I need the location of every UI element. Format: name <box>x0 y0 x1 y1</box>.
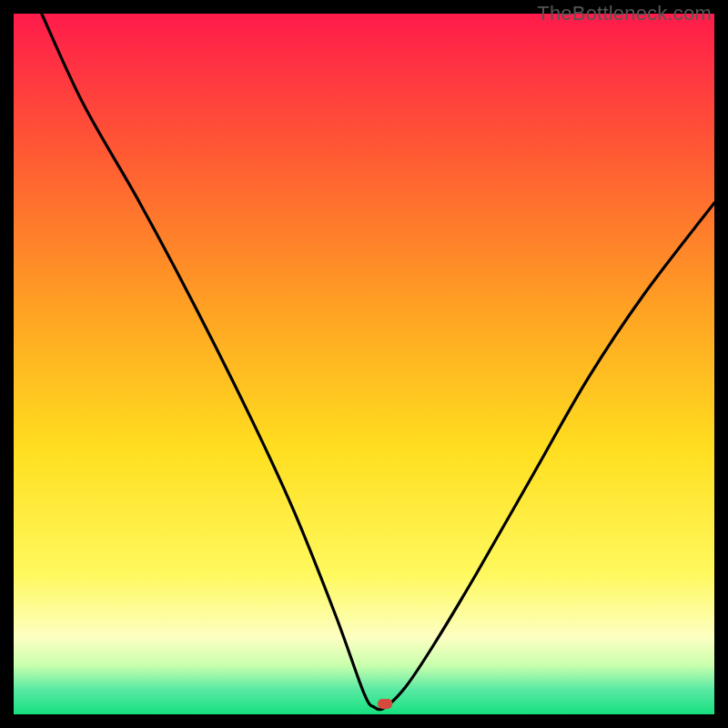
bottleneck-chart <box>14 14 714 714</box>
optimum-marker <box>378 699 392 709</box>
watermark-text: TheBottleneck.com <box>537 2 712 25</box>
gradient-background <box>14 14 714 714</box>
chart-frame <box>14 14 714 714</box>
